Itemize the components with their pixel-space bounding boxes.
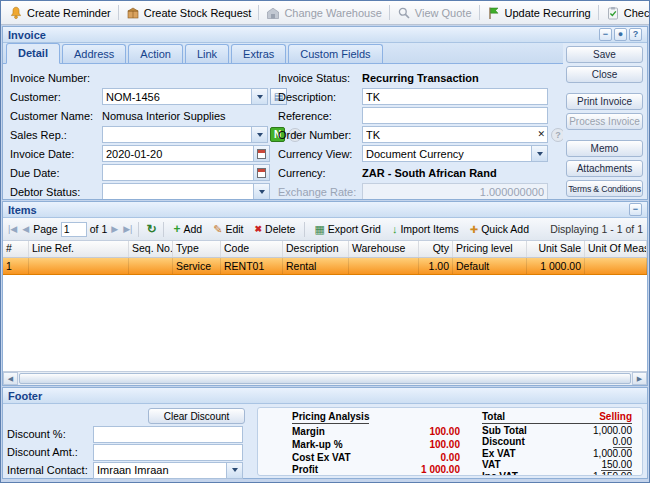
internal-contact-dropdown-button[interactable] (227, 462, 243, 479)
tab-address[interactable]: Address (62, 44, 126, 63)
discount-amt-input[interactable] (93, 444, 243, 461)
col-header-pricing-level[interactable]: Pricing level (453, 241, 527, 257)
tab-detail[interactable]: Detail (6, 43, 60, 64)
vat-value: 150.00 (601, 459, 632, 470)
check-stock-qtys-button[interactable]: Check Stock Qtys (601, 4, 650, 22)
order-number-input[interactable] (362, 126, 548, 143)
sales-rep-label: Sales Rep.: (10, 129, 102, 141)
exchange-rate-input (362, 183, 548, 199)
stock-box-icon (126, 6, 140, 20)
tab-extras[interactable]: Extras (231, 44, 286, 63)
delete-button[interactable]: ✖ Delete (251, 222, 300, 236)
sales-rep-input[interactable] (102, 126, 252, 143)
markup-label: Mark-up % (292, 439, 343, 452)
save-button[interactable]: Save (566, 46, 643, 63)
attachments-button[interactable]: Attachments (566, 160, 643, 177)
view-quote-button[interactable]: View Quote (392, 4, 477, 22)
first-page-button[interactable]: |◀ (7, 224, 18, 234)
currency-view-combo (362, 145, 563, 162)
tab-action[interactable]: Action (128, 44, 183, 63)
sales-rep-dropdown-button[interactable] (252, 126, 268, 143)
invoice-number-value (102, 69, 278, 86)
edit-label: Edit (225, 223, 243, 235)
tab-link[interactable]: Link (185, 44, 229, 63)
add-button[interactable]: + Add (169, 221, 206, 237)
collapse-icon[interactable]: − (599, 28, 612, 41)
scrollbar-thumb[interactable] (19, 373, 631, 384)
clear-discount-button[interactable]: Clear Discount (148, 408, 245, 424)
tab-custom-fields[interactable]: Custom Fields (288, 44, 382, 63)
reminder-bell-icon (9, 6, 23, 20)
chevron-down-icon (257, 95, 263, 99)
export-grid-button[interactable]: ▦ Export Grid (310, 222, 385, 237)
create-reminder-button[interactable]: Create Reminder (4, 4, 116, 22)
reference-label: Reference: (278, 110, 362, 122)
update-recurring-button[interactable]: Update Recurring (482, 4, 596, 22)
currency-view-input[interactable] (362, 145, 532, 162)
markup-value: 100.00 (429, 439, 460, 452)
ex-vat-value: 1,000.00 (593, 448, 632, 459)
sub-total-label: Sub Total (482, 425, 527, 436)
next-page-button[interactable]: ▶ (110, 224, 119, 234)
customer-name-label: Customer Name: (10, 110, 102, 122)
print-invoice-button[interactable]: Print Invoice (566, 93, 643, 110)
description-input[interactable] (362, 88, 548, 105)
debtor-status-label: Debtor Status: (10, 186, 102, 198)
col-header-unit-sale[interactable]: Unit Sale (527, 241, 585, 257)
cell-line-ref (29, 258, 129, 274)
col-header-description[interactable]: Description (283, 241, 349, 257)
pricing-analysis-title: Pricing Analysis (292, 411, 369, 424)
green-flag-icon (487, 6, 501, 20)
collapse-icon[interactable]: − (629, 203, 642, 216)
page-of-label: of 1 (90, 223, 108, 235)
last-page-button[interactable]: ▶| (122, 224, 133, 234)
due-date-input[interactable] (102, 164, 254, 181)
description-label: Description: (278, 91, 362, 103)
close-button[interactable]: Close (566, 66, 643, 83)
import-items-button[interactable]: ↓ Import Items (388, 222, 463, 236)
col-header-type[interactable]: Type (173, 241, 221, 257)
process-invoice-button[interactable]: Process Invoice (566, 113, 643, 130)
reference-input[interactable] (362, 107, 548, 124)
scrollbar-track[interactable] (18, 372, 632, 385)
horizontal-scrollbar[interactable]: ◀ ▶ (3, 371, 647, 385)
terms-conditions-button[interactable]: Terms & Conditions (566, 180, 643, 197)
due-date-calendar-button[interactable] (254, 164, 270, 181)
memo-button[interactable]: Memo (566, 140, 643, 157)
invoice-date-input[interactable] (102, 145, 254, 162)
col-header-code[interactable]: Code (221, 241, 283, 257)
quick-add-button[interactable]: ✚ Quick Add (466, 222, 533, 236)
col-header-warehouse[interactable]: Warehouse (349, 241, 419, 257)
prev-page-button[interactable]: ◀ (21, 224, 30, 234)
debtor-status-input[interactable] (102, 183, 254, 199)
table-row-selected[interactable]: 1 Service RENT01 Rental 1.00 Default 1 0… (3, 258, 647, 275)
col-header-line-ref[interactable]: Line Ref. (29, 241, 129, 257)
col-header-qty[interactable]: Qty (419, 241, 453, 257)
change-warehouse-button[interactable]: Change Warehouse (261, 4, 386, 22)
col-header-unit-of-measure[interactable]: Unit Of Measure (585, 241, 647, 257)
col-header-rownum[interactable]: # (3, 241, 29, 257)
pin-icon[interactable]: ● (614, 28, 627, 41)
due-date-field (102, 164, 278, 181)
order-number-help-icon[interactable]: ? (551, 128, 563, 142)
currency-view-dropdown-button[interactable] (532, 145, 548, 162)
col-header-seq-no[interactable]: Seq. No. (129, 241, 173, 257)
scroll-left-icon[interactable]: ◀ (3, 372, 18, 385)
view-quote-label: View Quote (415, 7, 472, 19)
invoice-date-calendar-button[interactable] (254, 145, 270, 162)
internal-contact-input[interactable] (93, 462, 227, 479)
edit-button[interactable]: ✎ Edit (209, 222, 247, 237)
help-icon[interactable]: ? (629, 28, 642, 41)
debtor-status-dropdown-button[interactable] (254, 183, 270, 199)
page-input[interactable] (61, 222, 87, 237)
customer-input[interactable] (102, 88, 252, 105)
scroll-right-icon[interactable]: ▶ (632, 372, 647, 385)
create-stock-request-button[interactable]: Create Stock Request (121, 4, 257, 22)
sales-rep-combo: N ? (102, 126, 278, 143)
clear-icon[interactable]: ✕ (537, 128, 545, 140)
profit-label: Profit (292, 464, 318, 476)
cell-unit-sale: 1 000.00 (527, 258, 585, 274)
refresh-icon[interactable]: ↻ (144, 222, 158, 236)
customer-dropdown-button[interactable] (252, 88, 268, 105)
discount-pct-input[interactable] (93, 426, 243, 443)
